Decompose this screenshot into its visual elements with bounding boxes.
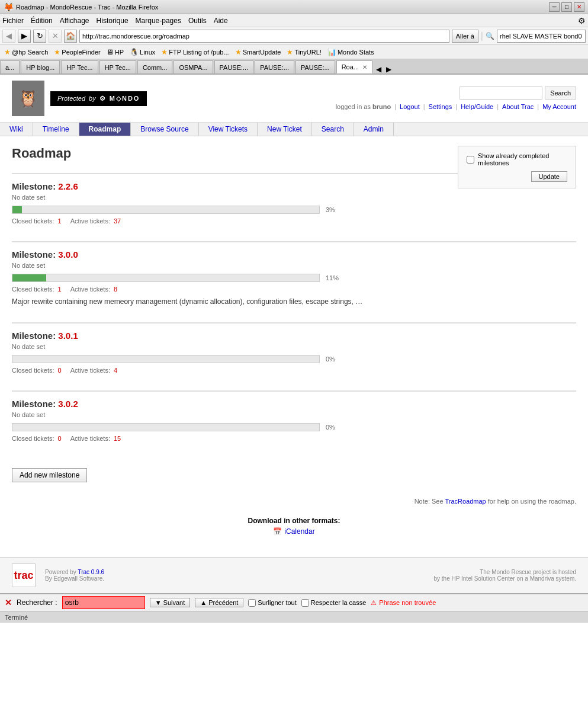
- trac-roadmap-link[interactable]: TracRoadmap: [445, 498, 486, 505]
- milestone-301-link[interactable]: 3.0.1: [58, 331, 78, 341]
- milestone-302-active-link[interactable]: 15: [114, 435, 121, 442]
- find-prev-button[interactable]: ▲ Précédent: [195, 598, 243, 607]
- back-button[interactable]: ◀: [2, 30, 15, 43]
- calendar-icon: 📅: [273, 527, 282, 536]
- my-account-link[interactable]: My Account: [542, 103, 576, 110]
- about-trac-link[interactable]: About Trac: [502, 103, 534, 110]
- close-button[interactable]: ✕: [574, 2, 584, 12]
- mondo-protected-logo: Protected by ⚙ M◇NDO: [50, 91, 147, 106]
- nav-tab-timeline[interactable]: Timeline: [33, 123, 79, 136]
- nav-tab-view-tickets[interactable]: View Tickets: [199, 123, 258, 136]
- update-button[interactable]: Update: [531, 171, 567, 182]
- trac-search-button[interactable]: Search: [545, 87, 576, 100]
- download-section: Download in other formats: 📅 iCalendar: [12, 517, 576, 536]
- milestone-226-active-link[interactable]: 37: [114, 217, 121, 225]
- bookmark-ftp[interactable]: ★FTP Listing of /pub...: [159, 47, 230, 57]
- show-completed-label[interactable]: Show already completed milestones: [467, 152, 567, 166]
- search-box-area: Search: [460, 87, 576, 100]
- nav-tab-browse-source[interactable]: Browse Source: [131, 123, 198, 136]
- add-milestone-button[interactable]: Add new milestone: [12, 468, 87, 482]
- milestone-options-box: Show already completed milestones Update: [458, 146, 576, 188]
- milestone-300-date: No date set: [12, 262, 576, 269]
- bookmark-people-finder[interactable]: ★PeopleFinder: [52, 47, 102, 57]
- address-bar[interactable]: [79, 30, 449, 43]
- milestone-301-active-link[interactable]: 4: [114, 367, 117, 374]
- tab-scroll-right[interactable]: ▶: [384, 65, 394, 73]
- nav-tab-admin[interactable]: Admin: [354, 123, 394, 136]
- milestone-300-active-link[interactable]: 8: [114, 286, 117, 293]
- browser-toolbar: ◀ ▶ ↻ ✕ 🏠 Aller à | 🔍: [0, 27, 588, 45]
- browser-tab-0[interactable]: a...: [0, 60, 20, 73]
- milestone-226-closed-link[interactable]: 1: [58, 217, 62, 225]
- milestone-301-date: No date set: [12, 343, 576, 350]
- trac-search-input[interactable]: [460, 87, 542, 100]
- find-close-button[interactable]: ✕: [5, 598, 12, 607]
- menu-fichier[interactable]: Fichier: [2, 17, 24, 25]
- milestone-302-link[interactable]: 3.0.2: [58, 399, 78, 409]
- nav-tab-search[interactable]: Search: [312, 123, 354, 136]
- tab-close-icon[interactable]: ✕: [362, 64, 367, 71]
- browser-tab-3[interactable]: HP Tec...: [99, 60, 136, 73]
- highlight-all-checkbox-label[interactable]: Surligner tout: [248, 599, 296, 607]
- milestone-300-title: Milestone: 3.0.0: [12, 249, 576, 260]
- menu-aide[interactable]: Aide: [214, 17, 228, 25]
- match-case-checkbox-label[interactable]: Respecter la casse: [301, 599, 367, 607]
- tab-scroll-left[interactable]: ◀: [374, 65, 384, 73]
- minimize-button[interactable]: ─: [549, 2, 560, 12]
- page-header: 🦉 Protected by ⚙ M◇NDO Search logged in …: [0, 75, 588, 123]
- browser-tab-4[interactable]: Comm...: [137, 60, 173, 73]
- find-error-text: ⚠ Phrase non trouvée: [371, 599, 436, 607]
- help-guide-link[interactable]: Help/Guide: [461, 103, 493, 110]
- browser-tab-1[interactable]: HP blog...: [21, 60, 60, 73]
- nav-search-input[interactable]: [497, 30, 586, 43]
- find-bar: ✕ Rechercher : ▼ Suivant ▲ Précédent Sur…: [0, 593, 588, 611]
- milestone-226-progress-bar: [12, 206, 320, 214]
- icalendar-download-link[interactable]: 📅 iCalendar: [12, 527, 576, 536]
- bookmark-linux[interactable]: 🐧Linux: [128, 47, 157, 57]
- home-button[interactable]: 🏠: [64, 30, 77, 43]
- nav-tab-new-ticket[interactable]: New Ticket: [258, 123, 312, 136]
- menu-outils[interactable]: Outils: [188, 17, 207, 25]
- browser-tab-6[interactable]: PAUSE:...: [214, 60, 254, 73]
- footer-right-text: The Mondo Rescue project is hostedby the…: [434, 569, 577, 582]
- find-label: Rechercher :: [17, 598, 57, 607]
- forward-button[interactable]: ▶: [18, 30, 31, 43]
- bookmark-hp-search[interactable]: ★@hp Search: [2, 47, 50, 57]
- milestone-302-closed-link[interactable]: 0: [58, 435, 62, 442]
- milestone-226-link[interactable]: 2.2.6: [58, 181, 78, 191]
- find-next-button[interactable]: ▼ Suivant: [150, 598, 191, 607]
- browser-tab-roadmap[interactable]: Roa... ✕: [336, 60, 372, 73]
- stop-button[interactable]: ✕: [49, 30, 62, 43]
- maximize-button[interactable]: □: [561, 2, 572, 12]
- trac-version-link[interactable]: Trac 0.9.6: [78, 569, 104, 575]
- browser-tab-2[interactable]: HP Tec...: [61, 60, 98, 73]
- find-input[interactable]: [62, 596, 145, 609]
- page-footer: trac Powered by Trac 0.9.6 By Edgewall S…: [0, 557, 588, 593]
- bookmark-smartupdate[interactable]: ★SmartUpdate: [233, 47, 283, 57]
- browser-tab-7[interactable]: PAUSE:...: [255, 60, 294, 73]
- match-case-checkbox[interactable]: [301, 599, 309, 607]
- menu-historique[interactable]: Historique: [97, 17, 128, 25]
- trac-owl-logo: 🦉: [12, 81, 44, 116]
- milestone-226-progress-container: 3%: [12, 206, 576, 214]
- bookmark-tinyurl[interactable]: ★TinyURL!: [285, 47, 323, 57]
- menu-marque-pages[interactable]: Marque-pages: [136, 17, 181, 25]
- browser-tab-8[interactable]: PAUSE:...: [295, 60, 335, 73]
- highlight-all-checkbox[interactable]: [248, 599, 256, 607]
- nav-tab-wiki[interactable]: Wiki: [0, 123, 33, 136]
- menu-affichage[interactable]: Affichage: [60, 17, 89, 25]
- milestone-300-closed-link[interactable]: 1: [58, 286, 62, 293]
- milestone-301-closed-link[interactable]: 0: [58, 367, 62, 374]
- bookmark-hp[interactable]: 🖥HP: [105, 47, 126, 57]
- nav-tab-roadmap[interactable]: Roadmap: [79, 123, 131, 136]
- go-button[interactable]: Aller à: [452, 30, 478, 43]
- show-completed-checkbox[interactable]: [467, 156, 474, 164]
- bookmark-mondo-stats[interactable]: 📊Mondo Stats: [326, 47, 376, 57]
- milestone-300-link[interactable]: 3.0.0: [58, 249, 78, 260]
- settings-link[interactable]: Settings: [429, 103, 452, 110]
- trac-logo-icon: trac: [12, 563, 36, 587]
- logout-link[interactable]: Logout: [400, 103, 420, 110]
- browser-tab-5[interactable]: OSMPA...: [173, 60, 213, 73]
- reload-button[interactable]: ↻: [33, 30, 46, 43]
- menu-edition[interactable]: Édition: [31, 17, 53, 25]
